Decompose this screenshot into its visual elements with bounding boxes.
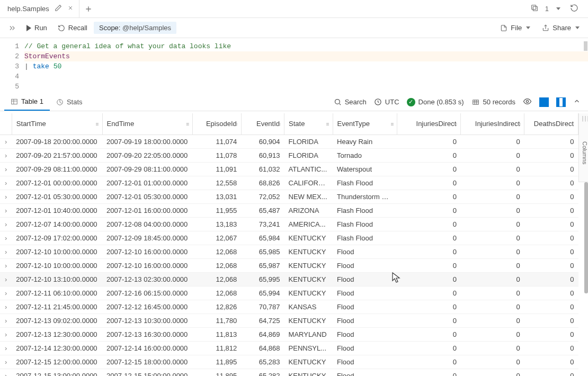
file-menu[interactable]: File [496, 22, 534, 34]
cell-starttime: 2007-12-10 13:10:00.0000 [12, 272, 102, 286]
eye-icon[interactable] [523, 97, 532, 108]
table-row[interactable]: ›2007-12-09 17:02:00.00002007-12-09 18:4… [0, 231, 578, 245]
table-row[interactable]: ›2007-12-01 10:40:00.00002007-12-01 16:0… [0, 203, 578, 217]
expand-row-icon[interactable]: › [0, 176, 12, 190]
tab-active[interactable]: help.Samples [0, 0, 79, 18]
expand-row-icon[interactable]: › [0, 245, 12, 258]
expand-row-icon[interactable]: › [0, 369, 12, 376]
code-editor[interactable]: 1 2 3 4 5 // Get a general idea of what … [0, 38, 588, 93]
cell-episodeid: 11,895 [193, 355, 241, 369]
expand-panel-icon[interactable] [4, 22, 20, 34]
table-row[interactable]: ›2007-12-10 10:00:00.00002007-12-10 16:0… [0, 258, 578, 272]
share-menu[interactable]: Share [538, 22, 584, 34]
expand-row-icon[interactable]: › [0, 341, 12, 355]
cell-eventtype: Flash Flood [333, 231, 397, 245]
cell-eventtype: Tornado [333, 148, 397, 162]
col-episodeid[interactable]: EpisodeId≡ [193, 113, 241, 135]
cell-injuriesindirect: 0 [461, 162, 524, 176]
col-injuriesindirect[interactable]: InjuriesIndirect≡ [461, 113, 524, 135]
tab-table[interactable]: Table 1 [4, 93, 50, 111]
close-icon[interactable] [67, 5, 74, 13]
expand-row-icon[interactable]: › [0, 217, 12, 231]
table-row[interactable]: ›2007-12-10 10:00:00.00002007-12-10 16:0… [0, 245, 578, 258]
cell-episodeid: 12,068 [193, 245, 241, 258]
cell-eventid: 65,995 [241, 272, 284, 286]
cell-state: KENTUCKY [284, 258, 333, 272]
edit-icon[interactable] [55, 4, 62, 13]
table-row[interactable]: ›2007-12-15 13:00:00.00002007-12-15 15:0… [0, 369, 578, 376]
expand-row-icon[interactable]: › [0, 203, 12, 217]
expand-row-icon[interactable]: › [0, 148, 12, 162]
minimap[interactable] [584, 41, 587, 51]
cell-starttime: 2007-12-01 10:40:00.0000 [12, 203, 102, 217]
add-tab-button[interactable] [79, 5, 97, 13]
expand-row-icon[interactable]: › [0, 162, 12, 176]
cell-injuriesdirect: 0 [397, 245, 461, 258]
cell-episodeid: 11,813 [193, 327, 241, 341]
table-row[interactable]: ›2007-12-01 05:30:00.00002007-12-01 05:3… [0, 190, 578, 203]
expand-row-icon[interactable]: › [0, 258, 12, 272]
expand-row-icon[interactable]: › [0, 355, 12, 369]
cell-eventtype: Flood [333, 369, 397, 376]
expand-row-icon[interactable]: › [0, 272, 12, 286]
clone-icon[interactable] [530, 4, 539, 14]
col-deathsdirect[interactable]: DeathsDirect [524, 113, 578, 135]
undo-icon[interactable] [570, 4, 578, 14]
svg-rect-1 [531, 5, 536, 10]
cell-endtime: 2007-12-16 06:15:00.0000 [102, 286, 193, 300]
view-mode-columns[interactable] [556, 97, 566, 107]
cell-injuriesindirect: 0 [461, 190, 524, 203]
expand-row-icon[interactable]: › [0, 300, 12, 314]
code-area[interactable]: // Get a general idea of what your data … [24, 38, 588, 93]
cell-endtime: 2007-12-15 18:00:00.0000 [102, 355, 193, 369]
scrollbar-vertical[interactable] [584, 182, 588, 293]
scope-chip[interactable]: Scope: @help/Samples [94, 22, 176, 34]
col-eventtype[interactable]: EventType≡ [333, 113, 397, 135]
col-starttime[interactable]: StartTime≡ [12, 113, 102, 135]
expand-row-icon[interactable]: › [0, 190, 12, 203]
table-row[interactable]: ›2007-12-15 12:00:00.00002007-12-15 18:0… [0, 355, 578, 369]
cell-episodeid: 13,183 [193, 217, 241, 231]
table-row[interactable]: ›2007-12-11 21:45:00.00002007-12-12 16:4… [0, 300, 578, 314]
expand-row-icon[interactable]: › [0, 231, 12, 245]
expand-row-icon[interactable]: › [0, 327, 12, 341]
table-row[interactable]: ›2007-12-01 00:00:00.00002007-12-01 01:0… [0, 176, 578, 190]
results-grid[interactable]: StartTime≡ EndTime≡ EpisodeId≡ EventId≡ … [0, 113, 578, 376]
table-row[interactable]: ›2007-09-20 21:57:00.00002007-09-20 22:0… [0, 148, 578, 162]
expand-row-icon[interactable]: › [0, 314, 12, 327]
cell-state: KENTUCKY [284, 314, 333, 327]
table-row[interactable]: ›2007-12-13 12:30:00.00002007-12-13 16:3… [0, 327, 578, 341]
run-button[interactable]: Run [22, 22, 51, 34]
cell-injuriesindirect: 0 [461, 355, 524, 369]
col-injuriesdirect[interactable]: InjuriesDirect≡ [397, 113, 461, 135]
table-row[interactable]: ›2007-12-10 13:10:00.00002007-12-13 02:3… [0, 272, 578, 286]
expand-row-icon[interactable]: › [0, 135, 12, 148]
cell-injuriesindirect: 0 [461, 258, 524, 272]
cell-endtime: 2007-12-09 18:45:00.0000 [102, 231, 193, 245]
table-row[interactable]: ›2007-12-14 12:30:00.00002007-12-14 16:0… [0, 341, 578, 355]
view-mode-solid[interactable] [539, 97, 549, 107]
tab-stats[interactable]: Stats [50, 93, 89, 111]
cell-injuriesindirect: 0 [461, 314, 524, 327]
search-button[interactable]: Search [334, 98, 367, 106]
chevron-up-icon[interactable] [573, 97, 581, 106]
chevron-down-icon [526, 26, 530, 29]
table-row[interactable]: ›2007-09-18 20:00:00.00002007-09-19 18:0… [0, 135, 578, 148]
col-eventid[interactable]: EventId≡ [241, 113, 284, 135]
chevron-down-icon[interactable] [556, 7, 560, 10]
timezone-button[interactable]: UTC [374, 98, 399, 106]
recall-button[interactable]: Recall [54, 22, 92, 34]
table-row[interactable]: ›2007-09-29 08:11:00.00002007-09-29 08:1… [0, 162, 578, 176]
cell-starttime: 2007-12-01 05:30:00.0000 [12, 190, 102, 203]
table-row[interactable]: ›2007-12-13 09:02:00.00002007-12-13 10:3… [0, 314, 578, 327]
cell-eventtype: Heavy Rain [333, 135, 397, 148]
cell-injuriesdirect: 0 [397, 217, 461, 231]
cell-starttime: 2007-09-18 20:00:00.0000 [12, 135, 102, 148]
columns-panel-toggle[interactable]: |||| Columns [578, 113, 588, 182]
col-state[interactable]: State≡ [284, 113, 333, 135]
col-endtime[interactable]: EndTime≡ [102, 113, 193, 135]
table-row[interactable]: ›2007-12-07 14:00:00.00002007-12-08 04:0… [0, 217, 578, 231]
cell-eventtype: Waterspout [333, 162, 397, 176]
expand-row-icon[interactable]: › [0, 286, 12, 300]
table-row[interactable]: ›2007-12-11 06:10:00.00002007-12-16 06:1… [0, 286, 578, 300]
